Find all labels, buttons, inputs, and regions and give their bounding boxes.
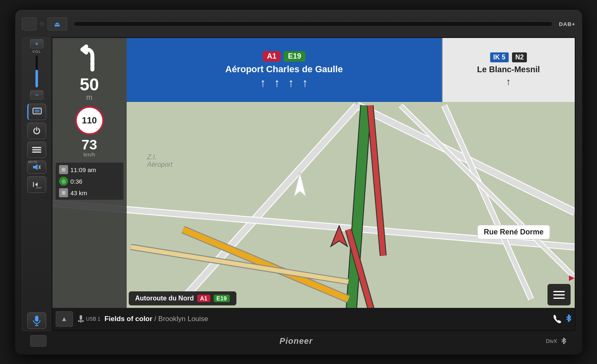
- car-marker-svg: [329, 224, 349, 248]
- route-badge-e19: E19: [214, 295, 230, 302]
- route-road-name: Autoroute du Nord: [135, 295, 194, 302]
- svg-rect-34: [80, 315, 82, 319]
- menu-line-1: [553, 291, 565, 292]
- mute-button[interactable]: MUTE: [27, 161, 46, 174]
- arrow-up-1: ↑: [260, 77, 266, 89]
- vol-minus-button[interactable]: −: [30, 90, 43, 99]
- svg-line-29: [183, 229, 348, 299]
- left-destination: Aéroport Charles de Gaulle: [225, 64, 343, 75]
- nav-panel-right: IK 5 N2 Le Blanc-Mesnil ↑: [443, 38, 575, 102]
- main-body: + VOL −: [22, 37, 576, 331]
- usb-label: USB 1: [86, 316, 101, 322]
- svg-rect-1: [35, 109, 40, 113]
- route-badges-left: A1 E19: [263, 51, 305, 61]
- power-icon: [32, 126, 41, 135]
- svg-line-21: [401, 106, 575, 278]
- source-button[interactable]: [27, 104, 46, 120]
- dist-icon: ⊞: [59, 188, 68, 197]
- bt-icon: [566, 314, 571, 324]
- vol-slider[interactable]: [35, 55, 38, 88]
- eta-icon: ◎: [59, 177, 68, 186]
- arrow-up-2: ↑: [274, 77, 280, 89]
- distance-unit: m: [86, 93, 92, 102]
- power-indicator: [40, 22, 44, 26]
- turn-arrow: [73, 41, 106, 74]
- mic-button[interactable]: [27, 312, 46, 329]
- svg-rect-2: [32, 147, 41, 148]
- svg-marker-33: [331, 226, 347, 246]
- left-panel: + VOL −: [22, 37, 52, 331]
- svg-marker-32: [294, 172, 306, 197]
- track-name: Fields of color: [104, 315, 152, 323]
- speed-limit-value: 110: [82, 115, 97, 126]
- dab-label: DAB+: [559, 21, 576, 27]
- bluetooth-svg: [566, 314, 571, 322]
- pioneer-logo: Pioneer: [280, 336, 313, 346]
- badge-ik5: IK 5: [490, 52, 509, 62]
- divx-label: DivX: [546, 337, 567, 345]
- nav-panel-left: A1 E19 Aéroport Charles de Gaulle ↑ ↑ ↑ …: [127, 38, 443, 102]
- screen[interactable]: Z.I.Aéroport 50 m 110: [52, 37, 576, 331]
- speed-unit: km/h: [83, 151, 95, 158]
- svg-rect-4: [32, 151, 41, 153]
- arrow-up-4: ↑: [302, 77, 308, 89]
- remaining-dist: 43 km: [71, 189, 87, 196]
- menu-button[interactable]: [27, 142, 46, 158]
- dist-row: ⊞ 43 km: [59, 188, 120, 197]
- back-icon: DISP: [32, 180, 42, 189]
- home-button[interactable]: [30, 335, 47, 347]
- eject-button-top[interactable]: ⏏: [47, 17, 67, 31]
- cd-slot: [74, 21, 552, 26]
- divx-text: DivX: [546, 338, 557, 344]
- volume-section: + VOL −: [30, 39, 43, 99]
- device-bottom-bar: Pioneer DivX: [22, 333, 576, 348]
- zi-label: Z.I.Aéroport: [147, 154, 172, 168]
- eject-button-bottom[interactable]: ▲: [56, 311, 73, 327]
- menu-line-2: [553, 294, 565, 295]
- mic-icon: [32, 315, 41, 326]
- usb-icon-row: USB 1: [77, 314, 101, 324]
- svg-line-19: [444, 106, 531, 299]
- svg-rect-5: [33, 166, 35, 168]
- route-badge-a1: A1: [197, 295, 210, 302]
- svg-rect-3: [32, 149, 41, 151]
- power-button[interactable]: [27, 123, 46, 139]
- distance-value: 50: [80, 76, 99, 93]
- phone-icon: [552, 314, 562, 324]
- menu-line-3: [553, 298, 565, 299]
- badge-n2: N2: [512, 52, 527, 62]
- map-menu-button[interactable]: [547, 284, 571, 305]
- mute-icon: [32, 163, 41, 171]
- vol-label: VOL: [32, 50, 41, 54]
- time-row: ⊞ 11:09 am: [59, 165, 120, 174]
- nav-direction-arrow: [292, 170, 308, 201]
- right-destination: Le Blanc-Mesnil: [477, 65, 540, 74]
- usb-icon: [77, 314, 85, 324]
- top-bar: ⏏ DAB+: [22, 14, 576, 34]
- time-value: 11:09 am: [71, 166, 97, 173]
- back-button[interactable]: DISP: [27, 176, 46, 193]
- svg-point-37: [78, 320, 80, 322]
- menu-icon-left: [31, 145, 42, 154]
- trip-info-box: ⊞ 11:09 am ◎ 0:36 ⊞ 43 km: [56, 163, 123, 200]
- track-info: Fields of color / Brooklyn Louise: [104, 315, 547, 323]
- left-info-panel: 50 m 110 73 km/h ⊞ 11:09 am ◎ 0:36: [52, 38, 127, 309]
- bt-bottom-icon: [560, 337, 567, 345]
- eta-row: ◎ 0:36: [59, 177, 120, 186]
- vol-plus-button[interactable]: +: [30, 39, 43, 48]
- route-badges-right: IK 5 N2: [490, 52, 527, 62]
- top-controls: ⏏: [22, 17, 67, 31]
- nav-arrows-left: ↑ ↑ ↑ ↑: [260, 77, 308, 89]
- arrow-up-right: ↑: [506, 76, 511, 87]
- svg-rect-9: [35, 316, 38, 321]
- svg-text:DISP: DISP: [36, 187, 42, 189]
- nav-arrow-svg: [292, 170, 308, 199]
- source-icon: [32, 107, 42, 116]
- car-position-marker: [329, 224, 349, 250]
- phone-icon-row: [552, 314, 571, 324]
- button-square[interactable]: [22, 17, 37, 31]
- svg-point-38: [82, 320, 84, 322]
- vol-slider-fill: [35, 70, 38, 87]
- eta-value: 0:36: [71, 178, 83, 185]
- artist-name: Brooklyn Louise: [158, 315, 208, 323]
